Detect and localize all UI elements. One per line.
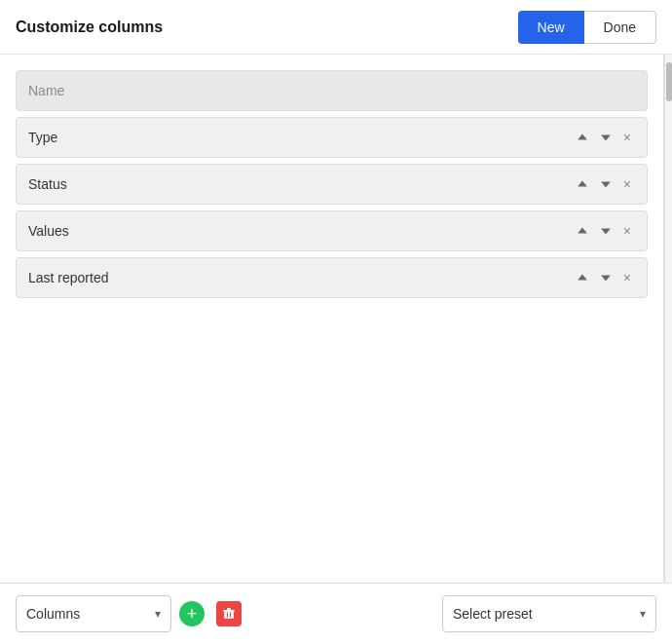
svg-rect-12	[230, 613, 231, 618]
add-column-button[interactable]: +	[175, 597, 208, 630]
column-row-values: Values ×	[16, 210, 648, 251]
move-down-type-button[interactable]	[596, 130, 616, 145]
delete-column-button[interactable]	[212, 597, 245, 630]
column-label-values: Values	[28, 223, 573, 239]
add-icon: +	[179, 601, 205, 626]
new-button[interactable]: New	[518, 11, 584, 44]
chevron-down-icon	[600, 178, 612, 190]
move-down-status-button[interactable]	[596, 176, 616, 192]
preset-dropdown[interactable]: Select preset ▾	[442, 595, 656, 632]
column-label-last-reported: Last reported	[28, 270, 573, 285]
header: Customize columns New Done	[0, 0, 672, 55]
columns-dropdown[interactable]: Columns ▾	[16, 595, 171, 632]
column-row-name: Name	[16, 70, 648, 111]
preset-dropdown-label: Select preset	[453, 606, 640, 622]
column-controls-type: ×	[573, 128, 635, 147]
page-title: Customize columns	[16, 19, 163, 36]
svg-rect-8	[224, 611, 234, 619]
svg-rect-11	[227, 613, 228, 618]
chevron-down-icon	[600, 132, 612, 143]
column-label-status: Status	[28, 176, 573, 192]
column-row-type: Type ×	[16, 117, 648, 158]
scroll-thumb[interactable]	[666, 62, 672, 101]
trash-icon	[216, 601, 242, 626]
svg-marker-5	[601, 229, 611, 235]
move-down-last-reported-button[interactable]	[596, 270, 616, 285]
chevron-up-icon	[577, 272, 588, 284]
remove-values-button[interactable]: ×	[619, 221, 635, 241]
svg-marker-2	[578, 180, 587, 186]
column-label-type: Type	[28, 130, 573, 145]
svg-marker-1	[601, 135, 611, 141]
remove-type-button[interactable]: ×	[619, 128, 635, 147]
svg-marker-0	[578, 133, 587, 139]
column-controls-values: ×	[573, 221, 635, 241]
svg-marker-4	[578, 227, 587, 233]
chevron-up-icon	[577, 132, 588, 143]
chevron-down-icon	[600, 225, 612, 237]
column-row-status: Status ×	[16, 164, 648, 205]
main-content: Name Type × Status	[0, 55, 672, 583]
move-down-values-button[interactable]	[596, 223, 616, 239]
chevron-down-icon	[600, 272, 612, 284]
columns-panel: Name Type × Status	[0, 55, 664, 583]
remove-status-button[interactable]: ×	[619, 174, 635, 194]
column-controls-last-reported: ×	[573, 268, 635, 287]
column-row-last-reported: Last reported ×	[16, 257, 648, 298]
move-up-values-button[interactable]	[573, 223, 592, 239]
scroll-track	[664, 55, 672, 583]
move-up-last-reported-button[interactable]	[573, 270, 592, 285]
chevron-up-icon	[577, 225, 588, 237]
trash-svg	[222, 607, 236, 621]
svg-marker-7	[601, 276, 611, 282]
footer-left: Columns ▾ +	[16, 595, 245, 632]
column-label-name: Name	[28, 83, 635, 98]
move-up-type-button[interactable]	[573, 130, 592, 145]
footer: Columns ▾ + Select preset	[0, 583, 672, 644]
columns-dropdown-label: Columns	[26, 606, 155, 622]
preset-dropdown-chevron-icon: ▾	[640, 607, 646, 621]
chevron-up-icon	[577, 178, 588, 190]
column-controls-status: ×	[573, 174, 635, 194]
svg-rect-10	[227, 608, 231, 610]
done-button[interactable]: Done	[584, 11, 656, 44]
remove-last-reported-button[interactable]: ×	[619, 268, 635, 287]
header-buttons: New Done	[518, 11, 656, 44]
columns-dropdown-chevron-icon: ▾	[155, 607, 161, 621]
svg-marker-3	[601, 182, 611, 188]
svg-marker-6	[578, 274, 587, 280]
svg-rect-9	[223, 610, 235, 612]
page-container: Customize columns New Done Name Type	[0, 0, 672, 644]
move-up-status-button[interactable]	[573, 176, 592, 192]
